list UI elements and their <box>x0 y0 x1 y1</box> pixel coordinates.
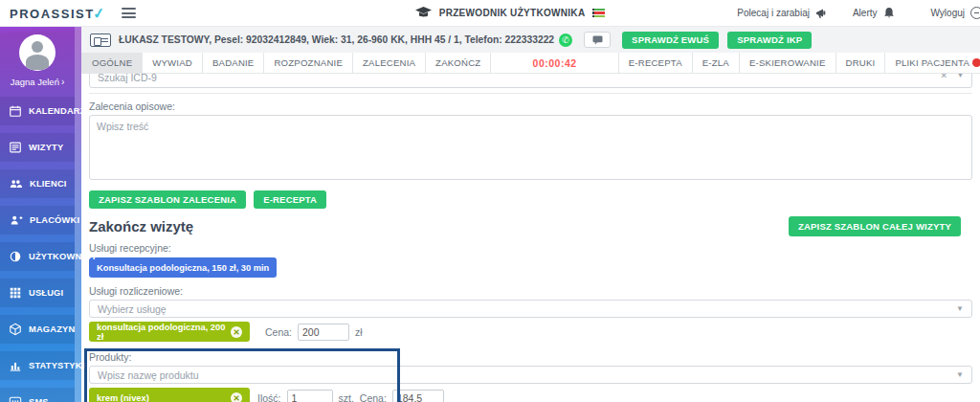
hamburger-menu-icon[interactable] <box>122 6 136 21</box>
tab-ogolne[interactable]: OGÓLNE <box>81 53 143 73</box>
sidebar-edge-panel <box>75 27 81 402</box>
sidebar-item-klienci[interactable]: KLIENCI <box>0 169 75 198</box>
sidebar-nav: Jagna Jeleń› KALENDARZ WIZYTY KLIENCI PL… <box>0 27 81 402</box>
sidebar-item-uslugi[interactable]: USŁUGI <box>0 279 75 307</box>
files-count-badge <box>972 58 980 67</box>
tab-druki[interactable]: DRUKI <box>835 53 885 73</box>
product-search-input[interactable]: Wpisz nazwę produktu ▼ <box>89 366 972 384</box>
guide-label: PRZEWODNIK UŻYTKOWNIKA <box>439 8 586 18</box>
chevron-down-icon[interactable]: ▼ <box>957 74 964 78</box>
chevron-down-icon: ▼ <box>956 370 964 379</box>
chat-bubble-icon <box>592 35 603 45</box>
warehouse-box-icon <box>9 323 22 336</box>
tab-e-zla[interactable]: E-ZLA <box>692 53 739 73</box>
reception-services-label: Usługi recepcyjne: <box>89 242 972 254</box>
tab-badanie[interactable]: BADANIE <box>203 53 265 73</box>
tab-pliki-pacjenta[interactable]: PLIKI PACJENTA <box>884 53 980 73</box>
users-contrast-icon <box>9 250 22 263</box>
services-grid-icon <box>9 286 22 300</box>
patient-info-bar: ŁUKASZ TESTOWY, Pesel: 92032412849, Wiek… <box>81 27 980 53</box>
sidebar-user-menu[interactable]: Jagna Jeleń› <box>0 77 75 87</box>
sidebar-item-placowki[interactable]: PLACÓWKI <box>0 206 75 234</box>
logout-link[interactable]: Wyloguj <box>931 8 965 18</box>
sidebar-item-sms[interactable]: SMS <box>0 388 75 402</box>
section-divider <box>89 93 972 94</box>
sidebar-item-uzytkownicy[interactable]: UŻYTKOWNICY <box>0 242 75 271</box>
e-recepta-button[interactable]: E-RECEPTA <box>254 190 326 209</box>
zalecenia-opisowe-label: Zalecenia opisowe: <box>89 100 972 112</box>
sidebar-item-magazyn[interactable]: MAGAZYN <box>0 315 75 344</box>
tab-wywiad[interactable]: WYWIAD <box>143 53 203 73</box>
quantity-label: Ilość: <box>257 392 281 402</box>
logo-check-icon: ✓ <box>91 4 106 23</box>
id-card-icon <box>90 34 111 47</box>
billing-services-label: Usługi rozliczeniowe: <box>89 285 972 297</box>
clients-icon <box>9 177 23 190</box>
tab-zakoncz[interactable]: ZAKOŃCZ <box>426 53 491 73</box>
product-price-input[interactable] <box>392 390 444 402</box>
tab-e-skierowanie[interactable]: E-SKIEROWANIE <box>739 53 835 73</box>
visits-list-icon <box>9 141 22 154</box>
currency-suffix: zł <box>355 326 363 338</box>
graduation-cap-icon <box>415 7 432 19</box>
visit-content-panel: Szukaj ICD-9 ✕▼ Zalecenia opisowe: ZAPIS… <box>81 74 980 402</box>
bell-icon[interactable] <box>883 7 895 19</box>
sidebar-item-wizyty[interactable]: WIZYTY <box>0 133 75 162</box>
remove-icon[interactable]: ✕ <box>231 326 242 338</box>
check-ewus-button[interactable]: SPRAWDŹ EWUŚ <box>622 32 719 49</box>
chat-button[interactable] <box>584 32 611 48</box>
reception-service-pill: Konsultacja podologiczna, 150 zł, 30 min <box>89 257 277 278</box>
visit-tab-bar: OGÓLNE WYWIAD BADANIE ROZPOZNANIE ZALECE… <box>81 53 980 74</box>
whatsapp-icon[interactable]: ✆ <box>559 34 572 47</box>
top-header-bar: PROASSIST✓ PRZEWODNIK UŻYTKOWNIKA Poleca… <box>0 0 980 27</box>
check-ikp-button[interactable]: SPRAWDŹ IKP <box>727 32 812 49</box>
icd9-search-input[interactable]: Szukaj ICD-9 ✕▼ <box>89 74 972 88</box>
remove-icon[interactable]: ✕ <box>231 392 242 402</box>
price-input[interactable] <box>298 324 349 341</box>
price-label: Cena: <box>265 326 292 338</box>
quantity-input[interactable] <box>287 390 333 402</box>
megaphone-icon <box>815 8 828 19</box>
calendar-icon <box>9 104 22 118</box>
guide-list-icon <box>592 8 605 19</box>
user-guide-link[interactable]: PRZEWODNIK UŻYTKOWNIKA <box>415 7 606 19</box>
avatar[interactable] <box>19 34 56 71</box>
sms-bubble-icon <box>9 395 22 402</box>
alerts-link[interactable]: Alerty <box>853 8 878 18</box>
refer-and-earn-link[interactable]: Polecaj i zarabiaj <box>737 8 810 18</box>
proassist-logo: PROASSIST✓ <box>10 5 106 22</box>
tab-e-recepta[interactable]: E-RECEPTA <box>618 53 692 73</box>
chevron-right-icon: › <box>61 77 64 87</box>
zalecenia-textarea[interactable] <box>89 115 972 180</box>
billing-service-select[interactable]: Wybierz usługę ▼ <box>89 300 972 318</box>
sidebar-item-kalendarz[interactable]: KALENDARZ <box>0 97 75 125</box>
finish-visit-heading: Zakończ wizytę <box>89 218 193 234</box>
chevron-down-icon: ▼ <box>956 304 964 313</box>
icd9-search-clipped: Szukaj ICD-9 ✕▼ <box>89 74 972 89</box>
patient-info-text: ŁUKASZ TESTOWY, Pesel: 92032412849, Wiek… <box>119 34 554 45</box>
tab-rozpoznanie[interactable]: ROZPOZNANIE <box>264 53 353 73</box>
product-pill: krem (nivex) ✕ <box>89 388 250 402</box>
products-label: Produkty: <box>89 351 972 363</box>
unit-label: szt. <box>339 392 354 402</box>
save-recommendation-template-button[interactable]: ZAPISZ SZABLON ZALECENIA <box>89 190 246 209</box>
tab-zalecenia[interactable]: ZALECENIA <box>353 53 426 73</box>
billing-service-pill: konsultacja podologiczna, 200 zł ✕ <box>89 322 250 342</box>
product-price-label: Cena: <box>360 392 387 402</box>
products-section: Produkty: Wpisz nazwę produktu ▼ krem (n… <box>89 348 972 402</box>
visit-timer: 00:00:42 <box>533 57 577 69</box>
statistics-chart-icon <box>9 359 22 372</box>
clear-icon[interactable]: ✕ <box>941 74 948 80</box>
logout-icon[interactable] <box>970 7 980 19</box>
sidebar-item-statystyki[interactable]: STATYSTYKI <box>0 351 75 380</box>
facility-person-plus-icon <box>9 213 23 227</box>
save-whole-visit-template-button[interactable]: ZAPISZ SZABLON CAŁEJ WIZYTY <box>789 216 961 236</box>
